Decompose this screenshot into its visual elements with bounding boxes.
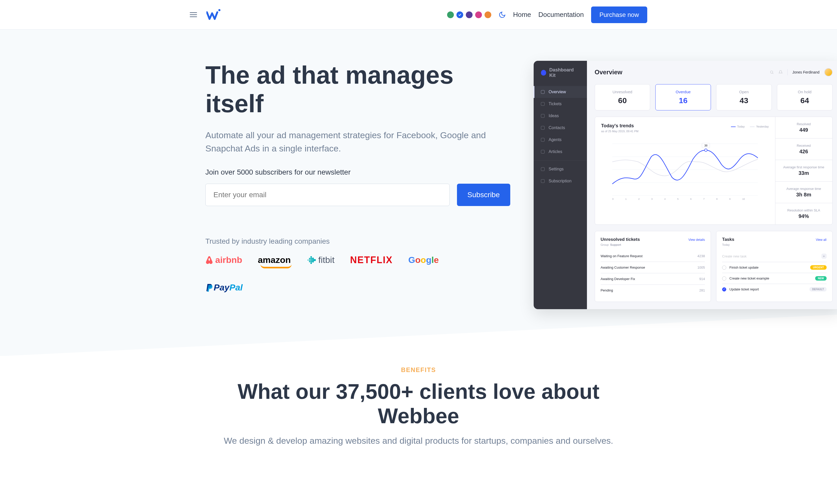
view-all-link[interactable]: View all bbox=[816, 238, 826, 242]
search-icon[interactable] bbox=[770, 70, 774, 74]
list-item: Awaiting Developer Fix914 bbox=[601, 273, 705, 285]
brand-amazon: amazon bbox=[258, 253, 291, 267]
benefits-section: BENEFITS What our 37,500+ clients love a… bbox=[101, 356, 736, 456]
list-item: Awaiting Customer Response1005 bbox=[601, 262, 705, 273]
brand-airbnb: airbnb bbox=[206, 253, 242, 267]
svg-text:7: 7 bbox=[703, 198, 705, 200]
hero-subtitle: Automate all your ad management strategi… bbox=[206, 129, 499, 155]
svg-text:6: 6 bbox=[690, 198, 691, 200]
nav-documentation[interactable]: Documentation bbox=[538, 11, 584, 19]
dash-username: Jones Ferdinand bbox=[792, 70, 819, 74]
newsletter-note: Join over 5000 subscribers for our newsl… bbox=[206, 168, 510, 176]
benefits-title: What our 37,500+ clients love about Webb… bbox=[206, 379, 631, 428]
svg-point-14 bbox=[770, 71, 773, 73]
tasks-card: Tasks View all Today Create new task+ Fi… bbox=[716, 231, 833, 302]
theme-dot-orange[interactable] bbox=[484, 12, 491, 18]
theme-color-picker bbox=[447, 12, 491, 18]
subscribe-button[interactable]: Subscribe bbox=[457, 184, 510, 206]
svg-point-3 bbox=[309, 259, 310, 261]
brand-google: Google bbox=[408, 253, 439, 267]
svg-point-4 bbox=[309, 261, 310, 262]
svg-point-7 bbox=[310, 259, 312, 261]
dash-nav-articles[interactable]: Articles bbox=[534, 146, 587, 158]
dash-page-title: Overview bbox=[595, 69, 623, 76]
svg-text:3: 3 bbox=[651, 198, 653, 200]
svg-point-1 bbox=[307, 260, 308, 261]
svg-text:5: 5 bbox=[677, 198, 678, 200]
svg-text:9: 9 bbox=[729, 198, 730, 200]
svg-text:10: 10 bbox=[742, 198, 745, 200]
svg-text:8: 8 bbox=[716, 198, 717, 200]
dash-nav-tickets[interactable]: Tickets bbox=[534, 98, 587, 110]
dashboard-sidebar: Dashboard Kit Overview Tickets Ideas Con… bbox=[534, 61, 587, 309]
task-item[interactable]: Update ticket reportDEFAULT bbox=[722, 284, 826, 295]
theme-dot-purple[interactable] bbox=[466, 12, 473, 18]
trends-card: Today's trends as of 25 May 2019, 09:41 … bbox=[595, 117, 833, 225]
legend-today: Today bbox=[731, 125, 745, 128]
brand-fitbit: fitbit bbox=[306, 253, 335, 267]
theme-dot-blue[interactable] bbox=[457, 12, 463, 18]
stat-overdue[interactable]: Overdue16 bbox=[655, 84, 711, 110]
dash-nav-subscription[interactable]: Subscription bbox=[534, 175, 587, 187]
dark-mode-toggle[interactable] bbox=[499, 11, 506, 18]
brand-paypal: PayPal bbox=[206, 280, 243, 295]
plus-icon[interactable]: + bbox=[821, 254, 826, 259]
dash-nav-contacts[interactable]: Contacts bbox=[534, 122, 587, 134]
hero-section: The ad that manages itself Automate all … bbox=[0, 30, 837, 356]
list-item: Waiting on Feature Request4238 bbox=[601, 250, 705, 262]
view-details-link[interactable]: View details bbox=[688, 238, 705, 242]
dash-nav-agents[interactable]: Agents bbox=[534, 134, 587, 146]
avatar[interactable] bbox=[824, 68, 833, 76]
site-header: Home Documentation Purchase now bbox=[0, 0, 837, 30]
list-item: Pending281 bbox=[601, 285, 705, 296]
purchase-button[interactable]: Purchase now bbox=[591, 6, 647, 23]
svg-point-12 bbox=[312, 261, 314, 262]
stat-open[interactable]: Open43 bbox=[716, 84, 772, 110]
dash-product-name: Dashboard Kit bbox=[549, 67, 580, 78]
dashboard-mockup: Dashboard Kit Overview Tickets Ideas Con… bbox=[534, 61, 837, 309]
benefits-kicker: BENEFITS bbox=[206, 366, 631, 374]
benefits-subtitle: We design & develop amazing websites and… bbox=[206, 436, 631, 446]
brand-logo[interactable] bbox=[207, 8, 222, 21]
brand-logos: airbnb amazon fitbit NETFLIX Google PayP… bbox=[206, 253, 450, 295]
unresolved-tickets-card: Unresolved tickets View details Group: S… bbox=[595, 231, 711, 302]
svg-line-15 bbox=[772, 73, 773, 74]
svg-point-21 bbox=[705, 149, 707, 151]
trusted-label: Trusted by industry leading companies bbox=[206, 237, 510, 245]
bell-icon[interactable] bbox=[779, 70, 783, 74]
svg-point-10 bbox=[312, 258, 314, 259]
svg-text:0: 0 bbox=[612, 198, 613, 200]
svg-point-13 bbox=[314, 259, 316, 261]
trends-chart: 38 012345678910 bbox=[601, 133, 769, 201]
svg-point-11 bbox=[312, 259, 314, 261]
svg-point-9 bbox=[310, 262, 312, 264]
svg-text:38: 38 bbox=[704, 144, 707, 147]
create-task-row[interactable]: Create new task+ bbox=[722, 250, 826, 262]
svg-point-6 bbox=[310, 258, 312, 259]
task-item[interactable]: Create new ticket exampleNEW bbox=[722, 273, 826, 284]
brand-netflix: NETFLIX bbox=[350, 253, 393, 267]
email-input[interactable] bbox=[206, 184, 450, 206]
svg-point-2 bbox=[309, 258, 310, 259]
task-item[interactable]: Finish ticket updateURGENT bbox=[722, 262, 826, 273]
stat-onhold[interactable]: On hold64 bbox=[777, 84, 833, 110]
svg-text:1: 1 bbox=[625, 198, 626, 200]
legend-yesterday: Yesterday bbox=[750, 125, 769, 128]
theme-dot-green[interactable] bbox=[447, 12, 454, 18]
dash-nav-ideas[interactable]: Ideas bbox=[534, 110, 587, 122]
menu-toggle-button[interactable] bbox=[190, 12, 197, 17]
stat-unresolved[interactable]: Unresolved60 bbox=[595, 84, 651, 110]
svg-point-8 bbox=[310, 261, 312, 262]
dash-nav-overview[interactable]: Overview bbox=[534, 86, 587, 98]
theme-dot-pink[interactable] bbox=[475, 12, 482, 18]
dash-nav-settings[interactable]: Settings bbox=[534, 163, 587, 175]
nav-home[interactable]: Home bbox=[513, 11, 531, 19]
svg-point-5 bbox=[310, 256, 312, 258]
dash-logo-icon bbox=[541, 70, 546, 76]
trends-date: as of 25 May 2019, 09:41 PM bbox=[601, 130, 769, 133]
svg-text:4: 4 bbox=[664, 198, 665, 200]
svg-text:2: 2 bbox=[638, 198, 639, 200]
hero-title: The ad that manages itself bbox=[206, 61, 510, 118]
svg-point-0 bbox=[218, 9, 220, 11]
